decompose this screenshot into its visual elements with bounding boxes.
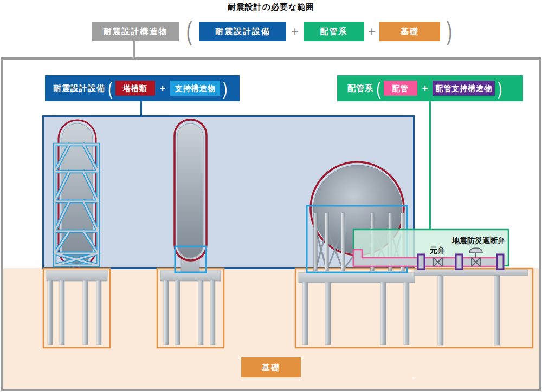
pipe-support-chip: 配管支持構造物 xyxy=(433,81,495,96)
piping-banner-label: 配管系 xyxy=(347,83,373,94)
open-paren: ( xyxy=(108,78,112,99)
seismic-design-zone xyxy=(42,115,415,269)
vessels-chip: 塔槽類 xyxy=(115,81,155,96)
plus-sign: + xyxy=(289,24,300,38)
top-equipment-box: 耐震設計設備 xyxy=(199,22,286,41)
foundation-box: 基礎 xyxy=(241,357,301,377)
connector-green xyxy=(429,101,431,230)
support-structure-chip: 支持構造物 xyxy=(170,81,220,96)
plus-sign: + xyxy=(160,83,166,94)
main-valve-label: 元弁 xyxy=(423,246,452,256)
plus-sign: + xyxy=(366,24,377,38)
top-piping-box: 配管系 xyxy=(304,22,364,41)
connector-blue xyxy=(140,101,142,116)
pipe-chip: 配管 xyxy=(384,81,417,96)
piping-banner: 配管系 ( 配管 + 配管支持構造物 ) xyxy=(337,75,523,101)
top-foundation-box: 基礎 xyxy=(379,22,440,41)
equipment-banner: 耐震設計設備 ( 塔槽類 + 支持構造物 ) xyxy=(45,75,240,101)
close-paren: ) xyxy=(498,78,502,99)
open-paren: ( xyxy=(184,17,195,44)
top-result-box: 耐震設計構造物 xyxy=(92,22,179,41)
open-paren: ( xyxy=(376,78,380,99)
shutoff-valve-label: 地震防災遮断弁 xyxy=(449,236,508,246)
equipment-banner-label: 耐震設計設備 xyxy=(53,83,105,94)
close-paren: ) xyxy=(223,78,228,99)
close-paren: ) xyxy=(444,17,455,44)
diagram-title: 耐震設計の必要な範囲 xyxy=(0,2,542,12)
plus-sign: + xyxy=(422,83,428,94)
connector-gray xyxy=(133,41,136,58)
